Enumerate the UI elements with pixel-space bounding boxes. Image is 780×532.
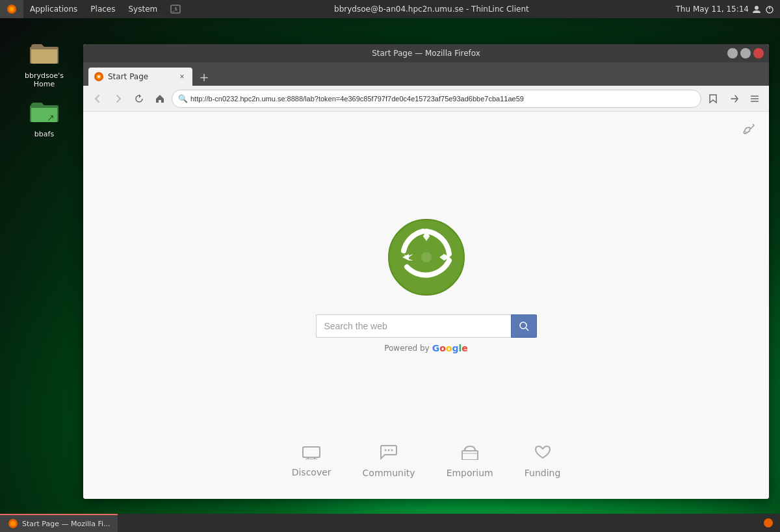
svg-text:↗: ↗: [47, 112, 55, 123]
google-logo: Google: [432, 343, 468, 353]
taskbar-firefox-item[interactable]: Start Page — Mozilla Fi...: [0, 514, 118, 532]
share-button[interactable]: [725, 90, 743, 108]
address-bar-wrapper[interactable]: 🔍: [172, 90, 701, 108]
svg-point-35: [764, 518, 773, 527]
emporium-icon: [462, 444, 478, 464]
topbar-applications[interactable]: Applications: [23, 0, 84, 18]
topbar-places[interactable]: Places: [84, 0, 122, 18]
desktop-icon-home[interactable]: bbrydsoe's Home: [18, 38, 70, 88]
taskbar-firefox-icon: [8, 518, 18, 529]
svg-rect-32: [462, 451, 478, 460]
emporium-label: Emporium: [447, 468, 493, 478]
menu-button[interactable]: [746, 90, 764, 108]
new-tab-button[interactable]: +: [195, 68, 213, 86]
search-input[interactable]: [316, 314, 511, 338]
search-submit-icon: [519, 321, 529, 331]
folder-home-icon: [29, 38, 60, 69]
bottom-link-community[interactable]: Community: [363, 444, 415, 478]
nav-right-icons: [704, 90, 764, 108]
svg-point-31: [391, 450, 393, 451]
svg-point-30: [388, 450, 390, 451]
svg-marker-12: [139, 94, 141, 98]
notification-icon[interactable]: [762, 514, 775, 532]
top-bar: Applications Places System _$ bbrydsoe@b…: [0, 0, 780, 18]
bottom-link-discover[interactable]: Discover: [292, 445, 332, 477]
topbar-firefox-icon[interactable]: [0, 0, 23, 18]
window-minimize-button[interactable]: [727, 48, 738, 58]
discover-icon: [302, 445, 320, 463]
ubuntu-logo-svg: [387, 218, 465, 296]
window-restore-button[interactable]: [740, 48, 751, 58]
community-icon: [380, 444, 398, 464]
home-button[interactable]: [151, 90, 169, 108]
window-controls: [727, 48, 764, 58]
window-titlebar: Start Page — Mozilla Firefox: [83, 44, 769, 62]
bookmarks-icon: [708, 94, 718, 104]
home-icon: [155, 94, 165, 104]
bottom-link-emporium[interactable]: Emporium: [447, 444, 493, 478]
wrench-icon: [741, 123, 755, 137]
svg-point-5: [755, 6, 759, 10]
tab-firefox-icon: [94, 71, 104, 82]
nav-bar: 🔍: [83, 86, 769, 112]
window-close-button[interactable]: [753, 48, 764, 58]
search-container: [316, 314, 537, 338]
community-label: Community: [363, 468, 415, 478]
start-page-content: Powered by Google: [316, 218, 537, 353]
firefox-tray-icon: [763, 518, 774, 528]
folder-bbafs-icon: ↗: [29, 96, 60, 127]
menu-icon: [749, 94, 760, 104]
firefox-window: Start Page — Mozilla Firefox Start Page …: [83, 44, 769, 499]
share-icon: [729, 94, 739, 104]
discover-label: Discover: [292, 467, 332, 477]
bottom-link-funding[interactable]: Funding: [525, 444, 561, 478]
back-icon: [92, 94, 103, 104]
bottom-links: Discover Community: [292, 444, 561, 478]
funding-label: Funding: [525, 468, 561, 478]
user-icon: [751, 4, 762, 14]
svg-line-24: [526, 328, 528, 331]
topbar-terminal-icon[interactable]: _$: [164, 0, 187, 18]
tab-start-page[interactable]: Start Page ×: [88, 68, 192, 86]
taskbar-right: [762, 514, 780, 532]
search-button[interactable]: [511, 314, 537, 338]
forward-button[interactable]: [109, 90, 127, 108]
titlebar-text: bbrydsoe@b-an04.hpc2n.umu.se - ThinLinc …: [187, 5, 675, 14]
funding-icon: [534, 444, 551, 464]
address-input[interactable]: [172, 90, 701, 108]
svg-rect-25: [303, 447, 320, 457]
svg-point-19: [421, 252, 432, 262]
tab-close-button[interactable]: ×: [177, 71, 187, 82]
svg-point-29: [385, 450, 387, 451]
powered-by: Powered by Google: [384, 343, 468, 353]
svg-text:_$: _$: [172, 6, 177, 12]
topbar-system[interactable]: System: [122, 0, 164, 18]
svg-point-11: [98, 75, 100, 78]
back-button[interactable]: [88, 90, 107, 108]
svg-point-34: [10, 521, 16, 526]
reload-button[interactable]: [130, 90, 148, 108]
tab-label: Start Page: [108, 72, 173, 81]
window-title: Start Page — Mozilla Firefox: [372, 49, 480, 58]
svg-point-23: [520, 322, 526, 329]
power-icon[interactable]: [764, 4, 775, 14]
bookmarks-button[interactable]: [704, 90, 722, 108]
reload-icon: [134, 94, 144, 104]
browser-content: Powered by Google Discover: [83, 112, 769, 499]
desktop-icon-bbafs[interactable]: ↗ bbafs: [18, 96, 70, 138]
tab-bar: Start Page × +: [83, 62, 769, 86]
taskbar: Start Page — Mozilla Fi...: [0, 514, 780, 532]
top-bar-right: Thu May 11, 15:14: [676, 4, 780, 14]
customize-button[interactable]: [738, 120, 759, 140]
forward-icon: [113, 94, 124, 104]
svg-point-2: [10, 8, 13, 10]
ubuntu-logo: [387, 218, 465, 299]
